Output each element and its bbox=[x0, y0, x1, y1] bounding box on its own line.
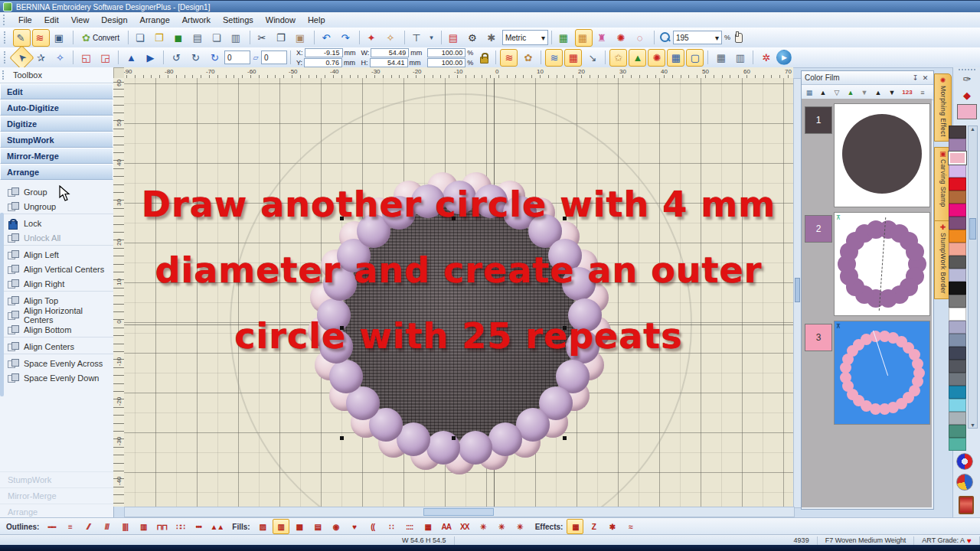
pan-hand-icon[interactable] bbox=[733, 31, 743, 44]
group-icon[interactable]: Group bbox=[0, 184, 113, 199]
pin-icon[interactable]: ↧ bbox=[910, 74, 920, 82]
space-evenly-across-icon[interactable]: Space Evenly Across bbox=[0, 356, 113, 370]
menu-item[interactable]: Design bbox=[95, 14, 133, 26]
fill-tatami-icon[interactable]: ▨ bbox=[254, 519, 271, 534]
thread-chart-icon[interactable] bbox=[956, 474, 973, 491]
stitch-player-icon[interactable]: ✲ bbox=[757, 49, 775, 67]
selection-handle[interactable] bbox=[563, 436, 567, 440]
menu-item[interactable]: Settings bbox=[217, 14, 260, 26]
menu-item[interactable]: Window bbox=[260, 14, 302, 26]
unlock-all-icon[interactable]: Unlock All bbox=[0, 230, 113, 246]
color-film-thumbnail[interactable]: ⊼ bbox=[834, 321, 930, 425]
select-object-icon[interactable]: ➤ bbox=[9, 45, 34, 70]
toolbar-icon[interactable] bbox=[541, 51, 541, 64]
selection-handle[interactable] bbox=[452, 436, 456, 440]
insert-artwork-icon[interactable]: ✧ bbox=[383, 29, 400, 47]
color-wheel-icon[interactable] bbox=[956, 453, 973, 470]
shapes-tool-icon[interactable]: ▲ bbox=[629, 49, 646, 67]
fill-lacework-icon[interactable]: ▦ bbox=[420, 519, 436, 534]
selection-handle[interactable] bbox=[340, 436, 344, 440]
star-shape-icon[interactable]: ✩ bbox=[609, 49, 627, 67]
outline-satin-icon[interactable]: |||| bbox=[116, 519, 133, 534]
toolbar-icon[interactable] bbox=[250, 31, 250, 44]
copy-icon[interactable]: ❐ bbox=[273, 29, 291, 47]
scrollbar-thumb[interactable] bbox=[795, 278, 800, 302]
palette-swatch[interactable] bbox=[949, 126, 966, 139]
palette-swatch[interactable] bbox=[949, 373, 966, 386]
mirror-vertical-icon[interactable]: ▲ bbox=[122, 49, 140, 67]
palette-swatch[interactable] bbox=[949, 334, 966, 347]
palette-swatch[interactable] bbox=[949, 412, 966, 425]
outline-motif-icon[interactable]: ∷∷ bbox=[172, 519, 188, 534]
fill-pattern2-icon[interactable]: ✳ bbox=[493, 519, 510, 534]
fill-fancy-icon[interactable]: ▤ bbox=[309, 519, 326, 534]
effect-star-icon[interactable]: ✱ bbox=[603, 519, 620, 534]
palette-swatch[interactable] bbox=[949, 139, 966, 152]
thread-spool-icon[interactable] bbox=[959, 496, 974, 514]
scale-height-icon[interactable]: ◲ bbox=[96, 49, 114, 67]
toolbar-icon[interactable] bbox=[163, 51, 164, 64]
write-to-machine-icon[interactable]: ▥ bbox=[228, 29, 246, 47]
ungroup-icon[interactable]: Ungroup bbox=[0, 199, 113, 214]
palette-swatch[interactable] bbox=[949, 191, 966, 204]
palette-swatch[interactable] bbox=[949, 438, 966, 451]
toolbar-icon[interactable] bbox=[707, 51, 708, 64]
palette-swatch[interactable] bbox=[949, 425, 966, 438]
palette-swatch[interactable] bbox=[949, 152, 966, 165]
align-horizontal-centers-icon[interactable]: Align Horizontal Centers bbox=[0, 308, 113, 322]
sequence-up-icon[interactable]: ▲ bbox=[872, 86, 884, 99]
lock-icon[interactable]: Lock bbox=[0, 216, 113, 230]
print-preview-icon[interactable]: ❏ bbox=[209, 29, 227, 47]
design-canvas[interactable]: Draw another circle with 4 mm diameter a… bbox=[124, 78, 793, 507]
fill-candlewicking-icon[interactable]: :::: bbox=[401, 519, 418, 534]
outline-blanket-icon[interactable]: ⊓⊓ bbox=[153, 519, 170, 534]
aspect-lock-icon[interactable] bbox=[479, 52, 489, 63]
align-right-icon[interactable]: Align Right bbox=[0, 276, 113, 292]
paste-icon[interactable]: ▣ bbox=[292, 29, 310, 47]
height-field[interactable]: 54.41 bbox=[370, 58, 408, 67]
measure-tool-icon[interactable]: ⊤ bbox=[409, 29, 426, 47]
menu-item[interactable]: Edit bbox=[38, 14, 65, 26]
menu-item[interactable]: View bbox=[65, 14, 96, 26]
open-design-icon[interactable]: ❐ bbox=[152, 29, 169, 47]
align-centers-icon[interactable]: Align Centers bbox=[0, 339, 113, 354]
undo-icon[interactable]: ↶ bbox=[318, 29, 336, 47]
fill-motif-icon[interactable]: ∷ bbox=[383, 519, 400, 534]
zigzag-stitch-icon[interactable]: ≋ bbox=[500, 49, 518, 67]
toolbar-icon[interactable] bbox=[359, 31, 360, 44]
toolbar-icon[interactable] bbox=[551, 31, 552, 44]
rotate-free-icon[interactable]: ↻ bbox=[206, 49, 224, 67]
rotate-cw-45-icon[interactable]: ↻ bbox=[187, 49, 204, 67]
design-properties-icon[interactable]: ▤ bbox=[446, 29, 463, 47]
width-percent-field[interactable]: 100.00 bbox=[427, 48, 466, 57]
x-position-field[interactable]: -9.15 bbox=[305, 48, 343, 57]
color-film-thumbnail[interactable] bbox=[834, 103, 930, 207]
effect-texture-icon[interactable]: ▦ bbox=[567, 519, 583, 534]
palette-swatch[interactable] bbox=[949, 360, 966, 373]
morphing-effect-icon[interactable]: ✺ bbox=[613, 29, 631, 47]
sequence-down-icon[interactable]: ▼ bbox=[886, 86, 898, 99]
save-design-icon[interactable]: ◼ bbox=[171, 29, 188, 47]
toolbar-icon[interactable] bbox=[441, 31, 442, 44]
palette-swatch[interactable] bbox=[949, 347, 966, 360]
play-button-icon[interactable]: ▶ bbox=[776, 50, 792, 65]
color-sequence-icon[interactable]: 123 bbox=[900, 86, 915, 99]
mirror-horizontal-icon[interactable]: ▶ bbox=[142, 49, 159, 67]
palette-swatch[interactable] bbox=[949, 386, 966, 399]
outline-design-icon[interactable]: ≋ bbox=[545, 49, 563, 67]
palette-swatch[interactable] bbox=[949, 204, 966, 217]
show-rulers-icon[interactable]: ▥ bbox=[731, 49, 749, 67]
toolbar-icon[interactable] bbox=[404, 31, 405, 44]
toolbar-icon[interactable] bbox=[128, 31, 129, 44]
menu-item[interactable]: Help bbox=[302, 14, 332, 26]
zoom-level-dropdown[interactable]: 195▾ bbox=[673, 31, 722, 44]
fill-raised-satin-icon[interactable]: ▩ bbox=[291, 519, 308, 534]
height-percent-field[interactable]: 100.00 bbox=[427, 58, 466, 67]
film-strip-icon[interactable]: ▦ bbox=[803, 86, 815, 99]
toolbar-icon[interactable] bbox=[753, 51, 753, 64]
carving-stamp-icon[interactable]: ◌ bbox=[632, 29, 650, 47]
fill-cross-stitch-a-icon[interactable]: AA bbox=[438, 519, 455, 534]
effect-wave-icon[interactable]: ≈ bbox=[622, 519, 639, 534]
close-icon[interactable]: ✕ bbox=[920, 74, 930, 82]
scale-width-icon[interactable]: ◱ bbox=[77, 49, 95, 67]
